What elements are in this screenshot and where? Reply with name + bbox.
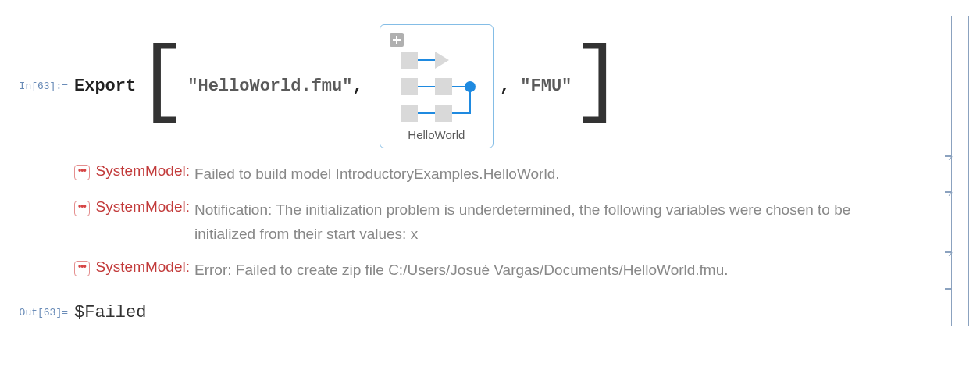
fn-name: Export: [74, 77, 136, 96]
input-cell[interactable]: In[63]:= Export [ "HelloWorld.fmu" ,: [8, 16, 972, 156]
comma: ,: [352, 77, 372, 96]
model-diagram: [390, 52, 483, 122]
message-tag: SystemModel:: [96, 258, 190, 276]
input-label: In[63]:=: [8, 80, 74, 92]
cell-bracket[interactable]: [945, 16, 952, 156]
system-model-object[interactable]: HelloWorld: [380, 24, 494, 148]
message-cell: ••• SystemModel: Notification: The initi…: [8, 192, 972, 252]
group-bracket-inner[interactable]: [953, 16, 960, 326]
model-caption: HelloWorld: [408, 128, 465, 141]
message-text: Error: Failed to create zip file C:/User…: [194, 258, 729, 282]
arg-format: "FMU": [520, 77, 572, 96]
group-bracket-outer[interactable]: [962, 16, 969, 326]
input-expression[interactable]: Export [ "HelloWorld.fmu" ,: [74, 24, 972, 148]
arg-filename: "HelloWorld.fmu": [187, 77, 352, 96]
output-cell: Out[63]= $Failed: [8, 289, 972, 326]
message-tag: SystemModel:: [96, 198, 190, 216]
cell-bracket[interactable]: [945, 252, 952, 288]
message-tag: SystemModel:: [96, 162, 190, 180]
cell-bracket[interactable]: [945, 156, 952, 192]
error-dots-icon[interactable]: •••: [74, 201, 90, 216]
error-dots-icon[interactable]: •••: [74, 165, 90, 180]
open-bracket: [: [136, 43, 187, 120]
cell-bracket[interactable]: [945, 289, 952, 326]
cell-bracket[interactable]: [945, 192, 952, 252]
output-label: Out[63]=: [8, 307, 74, 319]
output-value[interactable]: $Failed: [74, 303, 146, 323]
message-text: Failed to build model IntroductoryExampl…: [194, 162, 559, 186]
expand-icon[interactable]: [390, 33, 404, 47]
message-cell: ••• SystemModel: Failed to build model I…: [8, 156, 972, 192]
message-cell: ••• SystemModel: Error: Failed to create…: [8, 252, 972, 288]
message-text: Notification: The initialization problem…: [194, 198, 886, 246]
close-bracket: ]: [572, 43, 623, 120]
notebook-cell-group: In[63]:= Export [ "HelloWorld.fmu" ,: [8, 16, 972, 326]
comma2: ,: [500, 77, 520, 96]
error-dots-icon[interactable]: •••: [74, 261, 90, 276]
